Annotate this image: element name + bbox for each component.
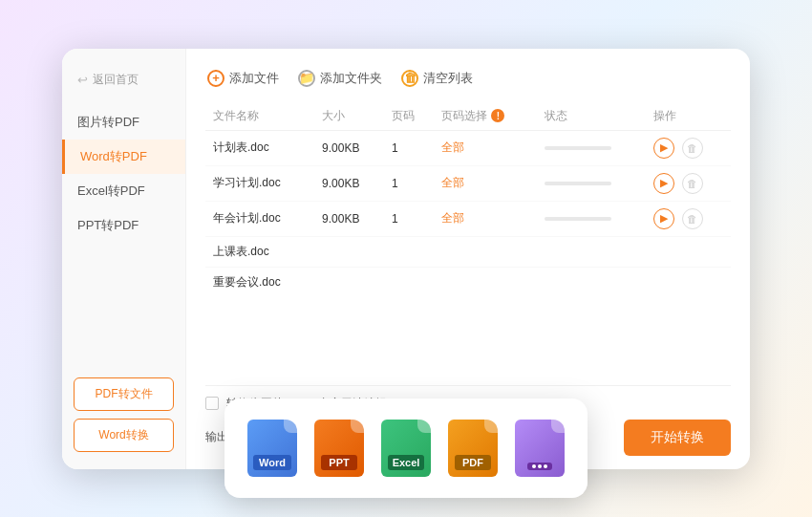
play-button[interactable]: ▶ bbox=[653, 208, 674, 229]
delete-button[interactable]: 🗑 bbox=[682, 138, 703, 159]
play-button[interactable]: ▶ bbox=[653, 138, 674, 159]
clear-list-label: 清空列表 bbox=[423, 70, 473, 87]
page-select-link[interactable]: 全部 bbox=[441, 140, 464, 154]
word-convert-button[interactable]: Word转换 bbox=[74, 419, 174, 452]
clear-icon: 🗑 bbox=[401, 70, 418, 87]
delete-button[interactable]: 🗑 bbox=[682, 208, 703, 229]
add-folder-icon: 📁 bbox=[298, 70, 315, 87]
file-pages: 1 bbox=[384, 130, 435, 165]
action-icons: ▶ 🗑 bbox=[653, 173, 724, 194]
table-row: 重要会议.doc bbox=[205, 267, 731, 297]
col-header-pages: 页码 bbox=[384, 104, 435, 131]
file-table: 文件名称 大小 页码 页码选择 ! 状态 操作 bbox=[205, 104, 731, 297]
start-convert-button[interactable]: 开始转换 bbox=[624, 420, 731, 456]
file-type-other[interactable] bbox=[515, 420, 565, 477]
back-label: 返回首页 bbox=[93, 72, 139, 88]
action-icons: ▶ 🗑 bbox=[653, 208, 724, 229]
file-name: 重要会议.doc bbox=[205, 267, 314, 297]
sidebar: ↩ 返回首页 图片转PDF Word转PDF Excel转PDF PPT转PDF… bbox=[62, 49, 186, 469]
add-folder-label: 添加文件夹 bbox=[320, 70, 382, 87]
add-folder-button[interactable]: 📁 添加文件夹 bbox=[296, 66, 384, 91]
sidebar-item-ppt-to-pdf[interactable]: PPT转PDF bbox=[62, 208, 185, 243]
file-type-popup: Word PPT Excel PDF bbox=[224, 399, 588, 498]
col-header-name: 文件名称 bbox=[205, 104, 314, 131]
word-badge: Word bbox=[253, 455, 291, 470]
col-header-size: 大小 bbox=[314, 104, 384, 131]
excel-badge: Excel bbox=[388, 455, 425, 470]
sidebar-item-excel-to-pdf[interactable]: Excel转PDF bbox=[62, 174, 185, 208]
file-name: 上课表.doc bbox=[205, 236, 314, 267]
file-pages: 1 bbox=[384, 165, 435, 201]
action-icons: ▶ 🗑 bbox=[653, 138, 724, 159]
col-header-status: 状态 bbox=[537, 104, 645, 131]
back-button[interactable]: ↩ 返回首页 bbox=[62, 66, 185, 94]
col-header-page-select: 页码选择 ! bbox=[434, 104, 537, 131]
sidebar-item-label: Word转PDF bbox=[80, 148, 147, 165]
file-name: 学习计划.doc bbox=[205, 165, 314, 201]
word-icon-shape: Word bbox=[247, 420, 297, 477]
table-row: 上课表.doc bbox=[205, 236, 731, 267]
toolbar: + 添加文件 📁 添加文件夹 🗑 清空列表 bbox=[205, 66, 731, 91]
add-file-button[interactable]: + 添加文件 bbox=[205, 66, 281, 91]
page-select-link[interactable]: 全部 bbox=[441, 211, 464, 225]
file-pages: 1 bbox=[384, 201, 435, 236]
ppt-icon-shape: PPT bbox=[314, 420, 364, 477]
file-size: 9.00KB bbox=[314, 201, 384, 236]
delete-button[interactable]: 🗑 bbox=[682, 173, 703, 194]
status-bar bbox=[545, 217, 611, 221]
other-icon-shape bbox=[515, 420, 565, 477]
col-header-action: 操作 bbox=[646, 104, 732, 131]
pdf-badge: PDF bbox=[455, 455, 491, 470]
ppt-badge: PPT bbox=[321, 455, 356, 470]
page-select-link[interactable]: 全部 bbox=[441, 176, 464, 189]
file-table-container: 文件名称 大小 页码 页码选择 ! 状态 操作 bbox=[205, 104, 731, 385]
status-bar bbox=[545, 182, 611, 185]
file-name: 年会计划.doc bbox=[205, 201, 314, 236]
add-file-label: 添加文件 bbox=[229, 70, 279, 87]
pdf-icon-shape: PDF bbox=[448, 420, 498, 477]
sidebar-item-label: PPT转PDF bbox=[77, 217, 139, 234]
sidebar-item-img-to-pdf[interactable]: 图片转PDF bbox=[62, 105, 185, 140]
pdf-convert-button[interactable]: PDF转文件 bbox=[74, 377, 174, 411]
table-row: 学习计划.doc 9.00KB 1 全部 ▶ 🗑 bbox=[205, 165, 731, 201]
sidebar-bottom: PDF转文件 Word转换 bbox=[62, 377, 185, 452]
status-bar bbox=[545, 146, 611, 150]
clear-list-button[interactable]: 🗑 清空列表 bbox=[399, 66, 475, 91]
sidebar-item-label: Excel转PDF bbox=[77, 183, 145, 200]
table-row: 年会计划.doc 9.00KB 1 全部 ▶ 🗑 bbox=[205, 201, 731, 236]
file-name: 计划表.doc bbox=[205, 130, 314, 165]
other-badge bbox=[527, 463, 552, 470]
convert-image-pdf-checkbox[interactable] bbox=[205, 397, 219, 410]
table-row: 计划表.doc 9.00KB 1 全部 ▶ 🗑 bbox=[205, 130, 731, 165]
excel-icon-shape: Excel bbox=[381, 420, 431, 477]
app-window: ↩ 返回首页 图片转PDF Word转PDF Excel转PDF PPT转PDF… bbox=[62, 49, 750, 469]
sidebar-item-word-to-pdf[interactable]: Word转PDF bbox=[62, 140, 185, 174]
file-size: 9.00KB bbox=[314, 130, 384, 165]
file-type-word[interactable]: Word bbox=[247, 420, 297, 477]
file-type-excel[interactable]: Excel bbox=[381, 420, 431, 477]
back-icon: ↩ bbox=[77, 73, 88, 87]
page-select-info-icon: ! bbox=[491, 109, 504, 122]
file-type-ppt[interactable]: PPT bbox=[314, 420, 364, 477]
add-file-icon: + bbox=[207, 70, 224, 87]
file-size: 9.00KB bbox=[314, 165, 384, 201]
sidebar-item-label: 图片转PDF bbox=[77, 114, 139, 131]
play-button[interactable]: ▶ bbox=[653, 173, 674, 194]
file-type-pdf[interactable]: PDF bbox=[448, 420, 498, 477]
